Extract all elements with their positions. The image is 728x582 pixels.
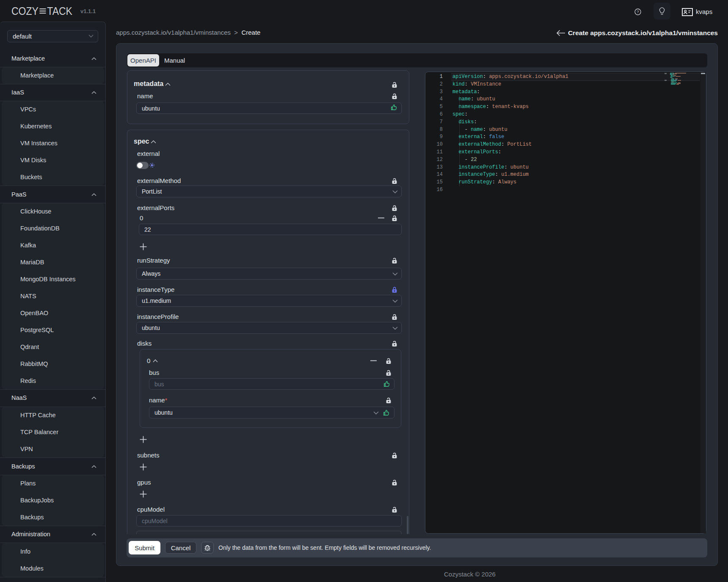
svg-text:?: ? xyxy=(637,9,639,14)
